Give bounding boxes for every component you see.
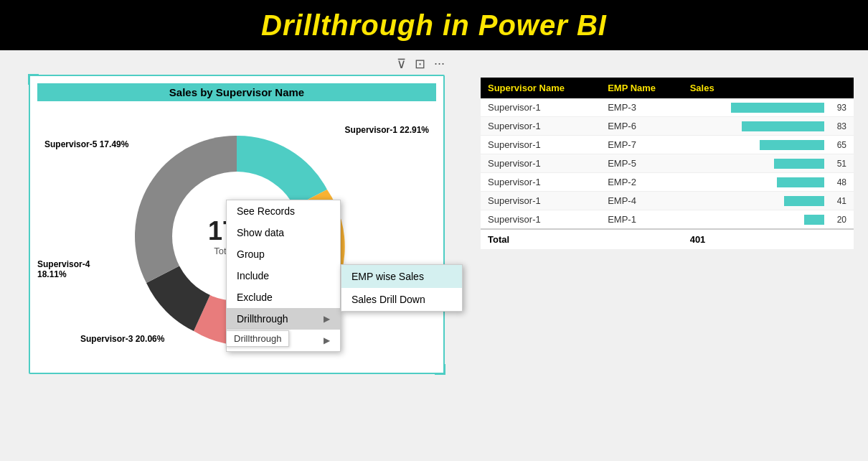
cell-supervisor: Supervisor-1: [481, 210, 600, 230]
cell-sales: 93: [683, 98, 854, 117]
sales-bar: [784, 196, 824, 206]
label-supervisor4: Supervisor-418.11%: [37, 259, 90, 279]
header: Drillthrough in Power BI: [0, 0, 868, 50]
cell-supervisor: Supervisor-1: [481, 173, 600, 192]
sales-bar: [777, 177, 824, 187]
sales-bar: [731, 103, 824, 113]
chart-title: Sales by Supervisor Name: [37, 83, 436, 101]
filter-icon[interactable]: ⊽: [397, 56, 406, 72]
menu-group[interactable]: Group: [227, 243, 340, 265]
cell-emp: EMP-3: [600, 98, 683, 117]
sales-value: 93: [829, 103, 846, 113]
label-supervisor1: Supervisor-1 22.91%: [345, 125, 429, 135]
cell-sales: 20: [683, 210, 854, 230]
cell-supervisor: Supervisor-1: [481, 192, 600, 210]
cell-emp: EMP-2: [600, 173, 683, 192]
cell-supervisor: Supervisor-1: [481, 136, 600, 154]
cell-supervisor: Supervisor-1: [481, 154, 600, 173]
sales-bar: [760, 140, 824, 150]
page-title: Drillthrough in Power BI: [261, 9, 607, 42]
menu-include[interactable]: Include: [227, 265, 340, 287]
sales-value: 51: [829, 159, 846, 169]
chart-panel: ⊽ ⊡ ··· Sales by Supervisor Name: [14, 56, 459, 455]
cell-emp: EMP-5: [600, 154, 683, 173]
table-row: Supervisor-1 EMP-1 20: [481, 210, 854, 230]
data-table: Supervisor Name EMP Name Sales Superviso…: [481, 78, 854, 249]
sales-value: 65: [829, 140, 846, 150]
sales-value: 48: [829, 177, 846, 187]
sales-bar: [804, 215, 824, 225]
table-row: Supervisor-1 EMP-3 93: [481, 98, 854, 117]
copy-arrow: ▶: [324, 335, 330, 345]
sales-value: 41: [829, 196, 846, 206]
footer-total: 401: [683, 229, 854, 249]
menu-drillthrough[interactable]: Drillthrough ▶: [227, 308, 340, 330]
drillthrough-submenu: EMP wise Sales Sales Drill Down: [341, 264, 463, 312]
table-row: Supervisor-1 EMP-2 48: [481, 173, 854, 192]
menu-exclude[interactable]: Exclude: [227, 287, 340, 308]
submenu-sales-drill-down[interactable]: Sales Drill Down: [341, 288, 462, 311]
cell-emp: EMP-4: [600, 192, 683, 210]
label-supervisor3: Supervisor-3 20.06%: [80, 334, 164, 344]
cell-sales: 41: [683, 192, 854, 210]
more-icon[interactable]: ···: [434, 56, 445, 72]
menu-show-data[interactable]: Show data: [227, 222, 340, 243]
footer-label: Total: [481, 229, 600, 249]
cell-sales: 65: [683, 136, 854, 154]
footer-empty: [600, 229, 683, 249]
table-row: Supervisor-1 EMP-5 51: [481, 154, 854, 173]
menu-see-records[interactable]: See Records: [227, 200, 340, 222]
label-supervisor5: Supervisor-5 17.49%: [44, 139, 128, 149]
submenu-emp-wise-sales[interactable]: EMP wise Sales: [341, 265, 462, 288]
cell-supervisor: Supervisor-1: [481, 98, 600, 117]
cell-sales: 51: [683, 154, 854, 173]
context-menu: See Records Show data Group Include Excl…: [226, 200, 341, 352]
sales-value: 83: [829, 121, 846, 131]
cell-emp: EMP-6: [600, 117, 683, 136]
main-content: ⊽ ⊡ ··· Sales by Supervisor Name: [0, 50, 868, 461]
table-row: Supervisor-1 EMP-7 65: [481, 136, 854, 154]
col-emp-name: EMP Name: [600, 78, 683, 98]
sales-bar: [742, 121, 824, 131]
table-footer-row: Total 401: [481, 229, 854, 249]
cell-sales: 48: [683, 173, 854, 192]
table-row: Supervisor-1 EMP-6 83: [481, 117, 854, 136]
chart-toolbar: ⊽ ⊡ ···: [397, 56, 445, 72]
table-header-row: Supervisor Name EMP Name Sales: [481, 78, 854, 98]
expand-icon[interactable]: ⊡: [415, 56, 425, 72]
table-panel: Supervisor Name EMP Name Sales Superviso…: [481, 56, 854, 455]
cell-supervisor: Supervisor-1: [481, 117, 600, 136]
table-row: Supervisor-1 EMP-4 41: [481, 192, 854, 210]
cell-emp: EMP-7: [600, 136, 683, 154]
sales-value: 20: [829, 215, 846, 225]
cell-sales: 83: [683, 117, 854, 136]
cell-emp: EMP-1: [600, 210, 683, 230]
sales-bar: [774, 159, 824, 169]
col-sales: Sales: [683, 78, 854, 98]
col-supervisor-name: Supervisor Name: [481, 78, 600, 98]
drillthrough-tooltip: Drillthrough: [226, 330, 289, 347]
drillthrough-arrow: ▶: [324, 314, 330, 324]
